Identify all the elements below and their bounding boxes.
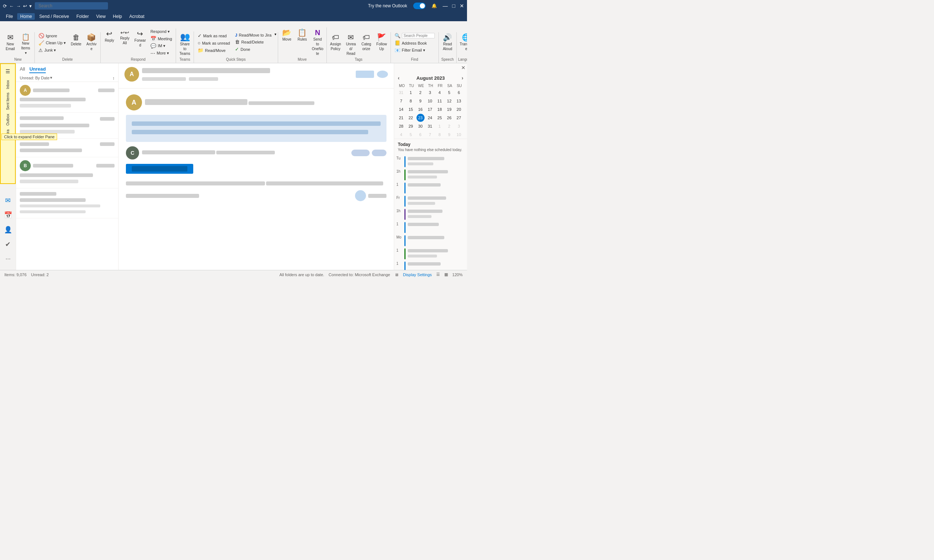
assign-policy-button[interactable]: 🏷 AssignPolicy xyxy=(328,32,343,52)
read-aloud-button[interactable]: 🔊 ReadAloud xyxy=(440,32,455,52)
menu-file[interactable]: File xyxy=(3,13,16,20)
cal-day[interactable]: 26 xyxy=(445,114,453,122)
close-button[interactable]: ✕ xyxy=(460,3,464,9)
cal-day-today[interactable]: 23 xyxy=(416,114,425,122)
people-nav-icon[interactable]: 👤 xyxy=(2,223,15,236)
tab-all[interactable]: All xyxy=(20,66,25,73)
cal-day[interactable]: 28 xyxy=(397,122,405,130)
email-item[interactable]: B xyxy=(16,157,118,188)
clean-up-button[interactable]: 🧹 Clean Up ▾ xyxy=(36,40,68,46)
cal-day[interactable]: 6 xyxy=(416,131,425,138)
read-move-jira-button[interactable]: J Read/Move to Jira xyxy=(233,32,273,38)
window-controls[interactable]: — □ ✕ xyxy=(443,3,464,9)
menu-help[interactable]: Help xyxy=(110,13,125,20)
archive-button[interactable]: 📦 Archive xyxy=(84,32,99,52)
translate-button[interactable]: 🌐 Translate xyxy=(458,32,467,52)
cal-day[interactable]: 6 xyxy=(455,89,463,97)
try-new-outlook-toggle[interactable] xyxy=(413,3,425,9)
forward-button[interactable]: ↪ Forward xyxy=(133,29,148,48)
cal-day[interactable]: 19 xyxy=(445,105,453,113)
menu-home[interactable]: Home xyxy=(17,13,35,20)
cal-day[interactable]: 27 xyxy=(455,114,463,122)
sort-icon[interactable]: ↕ xyxy=(113,76,115,80)
respond-button[interactable]: Respond ▾ xyxy=(148,29,174,35)
junk-button[interactable]: ⚠ Junk ▾ xyxy=(36,47,68,54)
forward-icon[interactable]: → xyxy=(16,3,21,9)
cal-day[interactable]: 29 xyxy=(407,122,415,130)
cal-day[interactable]: 4 xyxy=(436,89,444,97)
minimize-button[interactable]: — xyxy=(443,3,448,9)
search-input[interactable] xyxy=(35,2,108,9)
delete-button[interactable]: 🗑 Delete xyxy=(69,32,83,47)
cal-day[interactable]: 3 xyxy=(426,89,434,97)
cal-day[interactable]: 15 xyxy=(407,105,415,113)
email-item[interactable] xyxy=(16,113,118,138)
search-people-button[interactable]: 🔍 xyxy=(392,32,437,39)
move-button[interactable]: 📂 Move xyxy=(280,28,294,42)
cal-day[interactable]: 22 xyxy=(407,114,415,122)
cal-day[interactable]: 24 xyxy=(426,114,434,122)
cal-day[interactable]: 7 xyxy=(397,97,405,105)
mail-nav-icon[interactable]: ✉ xyxy=(2,194,15,207)
cal-day[interactable]: 9 xyxy=(445,131,453,138)
rules-button[interactable]: 📋 Rules xyxy=(295,28,310,42)
cal-day[interactable]: 1 xyxy=(436,122,444,130)
cal-day[interactable]: 7 xyxy=(426,131,434,138)
cal-day[interactable]: 10 xyxy=(426,97,434,105)
calendar-next-button[interactable]: › xyxy=(461,75,463,81)
calendar-close-button[interactable]: ✕ xyxy=(461,65,465,71)
window-icons[interactable]: ⟳ ← → ↩ ▾ xyxy=(3,3,32,9)
cal-day[interactable]: 14 xyxy=(397,105,405,113)
cal-day[interactable]: 12 xyxy=(445,97,453,105)
sidebar-item-outbox[interactable]: Outbox xyxy=(5,112,11,127)
cal-day[interactable]: 16 xyxy=(416,105,425,113)
undo-icon[interactable]: ↩ xyxy=(23,3,27,9)
cal-day[interactable]: 2 xyxy=(416,89,425,97)
search-people-input[interactable] xyxy=(402,33,435,38)
reply-all-button[interactable]: ↩↩ ReplyAll xyxy=(117,29,132,46)
display-settings-button[interactable]: Display Settings xyxy=(403,272,432,277)
folder-expand-icon[interactable]: ☰ xyxy=(2,65,15,78)
address-book-button[interactable]: 📒 Address Book xyxy=(392,40,437,46)
read-move-button[interactable]: 📁 Read/Move xyxy=(196,47,232,54)
done-button[interactable]: ✓ Done xyxy=(233,46,273,53)
cal-day[interactable]: 5 xyxy=(407,131,415,138)
cal-day[interactable]: 5 xyxy=(445,89,453,97)
cal-day[interactable]: 11 xyxy=(436,97,444,105)
filter-dropdown-icon[interactable]: ▾ xyxy=(50,75,52,80)
sidebar-item-inbox[interactable]: Inbox xyxy=(5,78,11,90)
cal-day[interactable]: 3 xyxy=(455,122,463,130)
sidebar-item-sent[interactable]: Sent Items xyxy=(5,91,11,112)
quicksteps-dropdown-icon[interactable]: ▾ xyxy=(274,32,276,36)
cal-day[interactable]: 20 xyxy=(455,105,463,113)
notification-icon[interactable]: 🔔 xyxy=(432,3,437,8)
email-item[interactable]: A xyxy=(16,82,118,113)
send-to-onenote-button[interactable]: N Send toOneNote xyxy=(310,28,325,57)
email-item[interactable] xyxy=(16,138,118,157)
refresh-icon[interactable]: ⟳ xyxy=(3,3,7,9)
cal-day[interactable]: 8 xyxy=(436,131,444,138)
reply-button[interactable]: ↩ Reply xyxy=(102,29,117,43)
filter-email-button[interactable]: 📧 Filter Email ▾ xyxy=(392,47,437,54)
maximize-button[interactable]: □ xyxy=(452,3,455,9)
back-icon[interactable]: ← xyxy=(9,3,14,9)
menu-send-receive[interactable]: Send / Receive xyxy=(36,13,72,20)
cal-day[interactable]: 2 xyxy=(445,122,453,130)
calendar-prev-button[interactable]: ‹ xyxy=(398,75,400,81)
read-delete-button[interactable]: 🗑 Read/Delete xyxy=(233,38,273,45)
cal-day[interactable]: 17 xyxy=(426,105,434,113)
cal-day[interactable]: 8 xyxy=(407,97,415,105)
view-toggle-1[interactable]: ☰ xyxy=(436,272,440,277)
more-button[interactable]: ⋯ More ▾ xyxy=(148,50,174,57)
menu-acrobat[interactable]: Acrobat xyxy=(126,13,147,20)
cal-day[interactable]: 18 xyxy=(436,105,444,113)
cal-day[interactable]: 31 xyxy=(426,122,434,130)
menu-view[interactable]: View xyxy=(93,13,109,20)
ignore-button[interactable]: 🚫 Ignore xyxy=(36,32,68,39)
unread-read-button[interactable]: ✉ Unread/Read xyxy=(344,32,358,57)
categorize-button[interactable]: 🏷 Categorize xyxy=(359,32,374,52)
email-item[interactable] xyxy=(16,188,118,218)
view-toggle-2[interactable]: ▦ xyxy=(444,272,448,277)
cal-day[interactable]: 9 xyxy=(416,97,425,105)
filter-button[interactable]: Unread: By Date ▾ xyxy=(20,75,52,80)
